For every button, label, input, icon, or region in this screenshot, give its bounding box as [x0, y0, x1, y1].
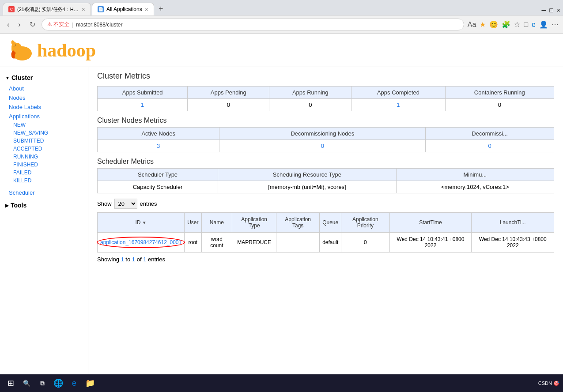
sidebar-apps-sub: NEW NEW_SAVING SUBMITTED ACCEPTED RUNNIN… — [4, 121, 88, 185]
apps-completed-link[interactable]: 1 — [397, 102, 400, 108]
app-user: root — [185, 233, 201, 253]
col-minimum: Minimu... — [396, 169, 554, 181]
back-button[interactable]: ‹ — [4, 20, 12, 30]
col-decommissioning-nodes: Decommissioning Nodes — [219, 128, 426, 140]
app-start-time: Wed Dec 14 10:43:41 +0800 2022 — [389, 233, 472, 253]
sidebar-item-nodes[interactable]: Nodes — [0, 93, 88, 102]
cluster-nodes-title: Cluster Nodes Metrics — [97, 117, 554, 124]
decommissioning-nodes-link[interactable]: 0 — [321, 143, 324, 149]
col-application-tags: Application Tags — [276, 213, 320, 233]
col-scheduler-type: Scheduler Type — [98, 169, 218, 181]
profile-icon[interactable]: 😊 — [489, 20, 498, 29]
col-apps-pending: Apps Pending — [188, 87, 269, 99]
apps-submitted-link[interactable]: 1 — [141, 102, 144, 108]
hadoop-elephant-icon — [9, 38, 35, 62]
sidebar-item-applications[interactable]: Applications — [0, 112, 88, 121]
favorites-bar-icon[interactable]: ☆ — [514, 20, 520, 29]
refresh-button[interactable]: ↻ — [27, 19, 38, 30]
app-launch-time: Wed Dec 14 10:43:43 +0800 2022 — [472, 233, 554, 253]
taskbar-taskview-icon[interactable]: ⧉ — [35, 376, 49, 386]
sidebar-sub-new[interactable]: NEW — [4, 121, 88, 129]
tab-2-icon: 📄 — [98, 6, 104, 12]
forward-button[interactable]: › — [15, 20, 23, 30]
sidebar-tools-header[interactable]: ▶ Tools — [0, 199, 88, 211]
showing-of[interactable]: 1 — [143, 256, 146, 263]
sidebar-sub-running[interactable]: RUNNING — [4, 153, 88, 161]
main-content: Cluster Metrics Apps Submitted Apps Pend… — [88, 67, 563, 386]
taskbar-edge-icon[interactable]: e — [67, 376, 81, 386]
favorites-icon[interactable]: ★ — [480, 20, 486, 29]
edge-icon[interactable]: e — [532, 21, 536, 29]
col-id[interactable]: ID ▼ — [98, 213, 185, 233]
showing-from[interactable]: 1 — [121, 256, 124, 263]
tab-1-close[interactable]: × — [82, 6, 85, 13]
applications-table: ID ▼ User Name Application Type Applicat… — [97, 212, 554, 253]
menu-icon[interactable]: ⋯ — [552, 20, 559, 29]
col-scheduling-resource-type: Scheduling Resource Type — [218, 169, 397, 181]
showing-text: Showing 1 to 1 of 1 entries — [97, 256, 554, 263]
read-mode-icon[interactable]: Aa — [468, 21, 476, 29]
show-entries-control: Show 20 10 50 100 entries — [97, 199, 554, 209]
new-tab-button[interactable]: + — [155, 3, 167, 15]
cluster-arrow-icon: ▼ — [5, 75, 10, 80]
scheduler-metrics-row: Capacity Scheduler [memory-mb (unit=Mi),… — [98, 181, 554, 193]
extensions-icon[interactable]: 🧩 — [502, 20, 510, 29]
collections-icon[interactable]: □ — [524, 21, 528, 29]
col-apps-completed: Apps Completed — [351, 87, 445, 99]
apps-running-val: 0 — [269, 99, 351, 111]
app-tags — [276, 233, 320, 253]
col-decommissioned: Decommissi... — [426, 128, 554, 140]
active-nodes-link[interactable]: 3 — [157, 143, 160, 149]
taskbar-search-icon[interactable]: 🔍 — [19, 376, 34, 386]
account-icon[interactable]: 👤 — [539, 20, 548, 29]
entries-select[interactable]: 20 10 50 100 — [114, 199, 137, 209]
header-logo: hadoop — [0, 34, 563, 67]
apps-pending-val: 0 — [188, 99, 269, 111]
sidebar-sub-new-saving[interactable]: NEW_SAVING — [4, 129, 88, 137]
address-bar[interactable]: ⚠ 不安全 | master:8088/cluster — [42, 19, 464, 30]
sidebar-sub-killed[interactable]: KILLED — [4, 177, 88, 185]
tools-arrow-icon: ▶ — [5, 203, 9, 208]
app-type: MAPREDUCE — [232, 233, 276, 253]
taskbar-windows-icon[interactable]: ⊞ — [4, 376, 18, 386]
decommissioned-link[interactable]: 0 — [488, 143, 491, 149]
close-button[interactable]: × — [557, 7, 560, 14]
id-sort-icon: ▼ — [142, 220, 147, 225]
showing-to[interactable]: 1 — [132, 256, 135, 263]
taskbar: ⊞ 🔍 ⧉ 🌐 e 📁 CSDN 🎯 — [0, 374, 563, 386]
maximize-button[interactable]: □ — [549, 7, 553, 14]
taskbar-chrome-icon[interactable]: 🌐 — [51, 376, 65, 386]
hadoop-logo-text: hadoop — [37, 40, 96, 61]
sidebar-sub-accepted[interactable]: ACCEPTED — [4, 145, 88, 153]
scheduler-metrics-table: Scheduler Type Scheduling Resource Type … — [97, 168, 554, 193]
col-apps-running: Apps Running — [269, 87, 351, 99]
taskbar-explorer-icon[interactable]: 📁 — [83, 376, 97, 386]
sidebar-cluster-header[interactable]: ▼ Cluster — [0, 72, 88, 84]
tab-2-close[interactable]: × — [145, 6, 148, 13]
minimize-button[interactable]: ─ — [541, 7, 546, 14]
col-active-nodes: Active Nodes — [98, 128, 219, 140]
tab-1-label: (21条消息) 实训/任务4：Hadoop... — [17, 6, 79, 13]
col-application-type: Application Type — [232, 213, 276, 233]
sidebar-item-node-labels[interactable]: Node Labels — [0, 102, 88, 112]
col-apps-submitted: Apps Submitted — [98, 87, 188, 99]
tab-1[interactable]: C (21条消息) 实训/任务4：Hadoop... × — [3, 3, 91, 15]
tab-2[interactable]: 📄 All Applications × — [92, 3, 154, 15]
sidebar-sub-failed[interactable]: FAILED — [4, 169, 88, 177]
sidebar-item-scheduler[interactable]: Scheduler — [0, 188, 88, 197]
tab-2-label: All Applications — [106, 6, 142, 12]
tab-1-icon: C — [8, 6, 15, 12]
taskbar-tray: CSDN 🎯 — [538, 381, 559, 386]
cluster-metrics-row: 1 0 0 1 0 — [98, 99, 554, 111]
sidebar-sub-finished[interactable]: FINISHED — [4, 161, 88, 169]
address-text: master:8088/cluster — [76, 22, 122, 28]
col-queue: Queue — [320, 213, 341, 233]
col-start-time: StartTime — [389, 213, 472, 233]
table-row: application_1670984274612_0001 root word… — [98, 233, 554, 253]
sidebar-sub-submitted[interactable]: SUBMITTED — [4, 137, 88, 145]
app-id-cell: application_1670984274612_0001 — [98, 233, 185, 253]
sidebar-item-about[interactable]: About — [0, 84, 88, 93]
app-id-link[interactable]: application_1670984274612_0001 — [100, 239, 181, 245]
cluster-metrics-title: Cluster Metrics — [97, 72, 554, 81]
app-priority: 0 — [341, 233, 389, 253]
